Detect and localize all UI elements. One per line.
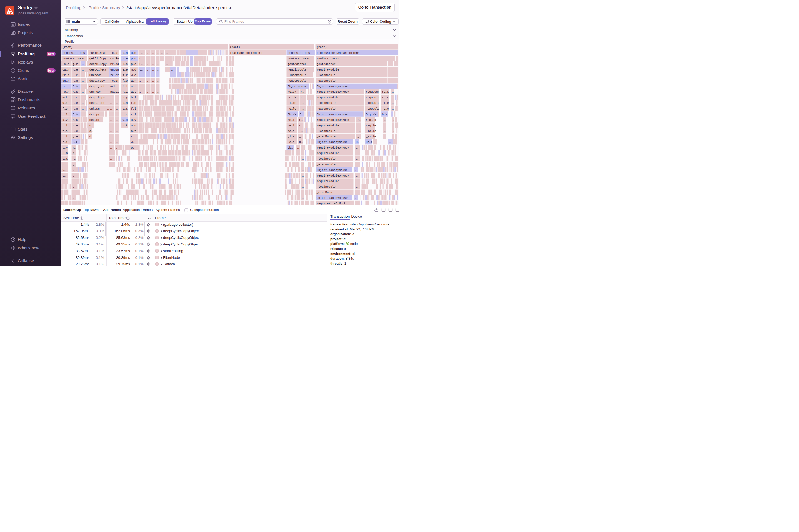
svg-text:requireModule: requireModule	[317, 68, 339, 71]
svg-text:…: …	[157, 73, 159, 77]
svg-text:_l…e: _l…e	[382, 101, 389, 105]
svg-text:…: …	[157, 62, 159, 65]
svg-text:…: …	[110, 152, 112, 155]
svg-text:…: …	[116, 107, 117, 110]
svg-text:…: …	[302, 179, 304, 183]
svg-text:r…e: r…e	[73, 96, 78, 99]
svg-text:r…: r…	[299, 124, 302, 127]
svg-text:O…>: O…>	[73, 140, 78, 144]
svg-text:_execModule: _execModule	[316, 163, 336, 166]
svg-text:f…l: f…l	[62, 135, 68, 138]
svg-text:Object.<anonymous>: Object.<anonymous>	[317, 140, 348, 144]
svg-text:_…: _…	[139, 51, 143, 54]
svg-text:…: …	[356, 157, 358, 160]
svg-text:f…e: f…e	[131, 101, 136, 105]
svg-text:…: …	[82, 112, 83, 116]
svg-text:deep…Copy: deep…Copy	[90, 79, 105, 82]
svg-text:…: …	[302, 168, 304, 172]
svg-text:f…l: f…l	[131, 107, 136, 110]
svg-text:…: …	[157, 79, 159, 82]
svg-text:re…r: re…r	[62, 90, 69, 94]
svg-text:O…>: O…>	[73, 112, 78, 116]
svg-text:…: …	[356, 163, 358, 166]
svg-text:…: …	[110, 157, 112, 160]
svg-text:…: …	[302, 157, 304, 160]
svg-text:…: …	[110, 96, 112, 99]
svg-text:deep…ject: deep…ject	[90, 101, 105, 105]
svg-text:…: …	[82, 73, 83, 77]
svg-text:r…c: r…c	[123, 112, 128, 116]
svg-text:…: …	[110, 101, 112, 105]
svg-text:O…e: O…e	[123, 62, 128, 65]
svg-text:requi…odule: requi…odule	[287, 68, 306, 71]
svg-text:…: …	[147, 68, 148, 71]
svg-text:m…d: m…d	[131, 68, 136, 71]
svg-text:re…l: re…l	[287, 118, 295, 121]
svg-text:j…r: j…r	[73, 62, 78, 65]
svg-text:jestAdapter: jestAdapter	[317, 62, 336, 65]
svg-text:_lo…le: _lo…le	[366, 129, 376, 132]
svg-text:Ob…>: Ob…>	[366, 140, 373, 144]
svg-text:r…k: r…k	[73, 90, 78, 94]
svg-text:Pr…ed: Pr…ed	[110, 62, 119, 65]
svg-text:re…er: re…er	[110, 79, 119, 82]
svg-text:…: …	[147, 90, 148, 94]
svg-text:…: …	[152, 73, 154, 77]
svg-text:ca…Fn: ca…Fn	[110, 57, 119, 60]
svg-text:…: …	[166, 57, 168, 60]
svg-text:…: …	[152, 57, 154, 60]
svg-text:…: …	[171, 73, 173, 77]
svg-text:deep…ject: deep…ject	[90, 85, 105, 88]
svg-text:_loadModule: _loadModule	[287, 73, 306, 77]
svg-text:_…: _…	[300, 107, 304, 110]
svg-text:…: …	[302, 174, 304, 177]
svg-text:Object.<anonymous>: Object.<anonymous>	[317, 168, 348, 172]
svg-text:O…: O…	[356, 140, 359, 144]
svg-text:…: …	[147, 85, 148, 88]
svg-text:…: …	[393, 129, 394, 132]
svg-text:…: …	[73, 174, 74, 177]
svg-text:f…l: f…l	[123, 85, 128, 88]
svg-text:Objec…mous>: Objec…mous>	[287, 85, 306, 88]
svg-text:r…1: r…1	[62, 140, 68, 144]
svg-text:…: …	[157, 57, 159, 60]
svg-text:…: …	[157, 85, 159, 88]
svg-text:act: act	[131, 90, 136, 94]
svg-text:_…: _…	[72, 163, 76, 166]
svg-text:_ex…le: _ex…le	[366, 135, 376, 138]
svg-text:runMicrotasks: runMicrotasks	[62, 57, 85, 60]
svg-text:_execModule: _execModule	[316, 135, 336, 138]
svg-text:O…>: O…>	[73, 85, 78, 88]
svg-text:re…e: re…e	[287, 129, 295, 132]
svg-text:…: …	[392, 112, 394, 116]
svg-text:…: …	[356, 202, 358, 205]
svg-text:…: …	[82, 62, 83, 65]
svg-text:r…: r…	[73, 146, 76, 149]
svg-text:e…e: e…e	[123, 68, 128, 71]
svg-text:dee…py: dee…py	[90, 112, 100, 116]
svg-text:…: …	[152, 68, 154, 71]
svg-text:Pr…d: Pr…d	[62, 73, 69, 77]
svg-text:_…: _…	[299, 129, 302, 132]
svg-text:…: …	[116, 140, 117, 144]
svg-text:r…: r…	[73, 152, 76, 155]
svg-text:…: …	[385, 124, 386, 127]
svg-text:…: …	[356, 191, 358, 194]
svg-text:…: …	[392, 90, 394, 94]
svg-text:r…: r…	[357, 124, 361, 127]
svg-text:_e…e: _e…e	[382, 107, 389, 110]
svg-text:r…e: r…e	[73, 68, 78, 71]
svg-text:Obj…s>: Obj…s>	[366, 112, 376, 116]
svg-text:r…: r…	[301, 96, 304, 99]
svg-text:…: …	[392, 101, 394, 105]
svg-text:_loadModule: _loadModule	[316, 129, 336, 132]
svg-text:requireModuleOrMock: requireModuleOrMock	[317, 118, 349, 121]
svg-text:b…1: b…1	[131, 96, 136, 99]
svg-text:u…e: u…e	[123, 57, 128, 60]
svg-text:u…: u…	[140, 68, 143, 71]
svg-text:_e…e: _e…e	[287, 140, 295, 144]
svg-text:ca…n: ca…n	[62, 68, 69, 71]
svg-text:d…: d…	[90, 135, 93, 138]
svg-text:…: …	[385, 135, 386, 138]
svg-text:…: …	[356, 174, 358, 177]
